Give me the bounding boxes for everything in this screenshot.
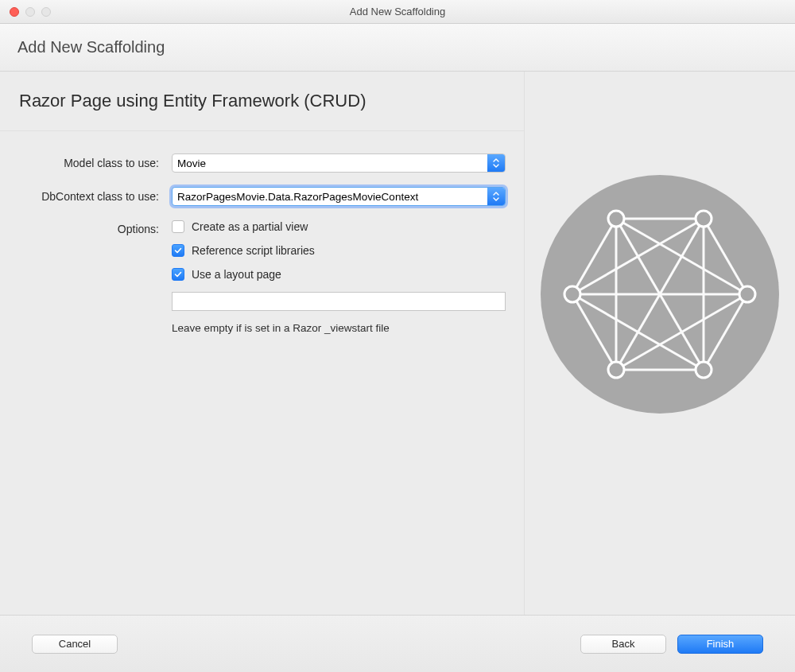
option-reference-script-libraries[interactable]: Reference script libraries <box>172 244 506 257</box>
back-button[interactable]: Back <box>580 635 666 654</box>
options-stack: Create as a partial view Reference scrip… <box>172 220 506 334</box>
checkbox-unchecked-icon[interactable] <box>172 220 184 233</box>
maximize-window-icon <box>41 7 51 17</box>
option-partial-view[interactable]: Create as a partial view <box>172 220 506 233</box>
dialog-footer: Cancel Back Finish <box>0 615 795 672</box>
svg-point-19 <box>696 362 712 378</box>
window-title: Add New Scaffolding <box>0 6 795 17</box>
svg-point-20 <box>608 362 624 378</box>
dbcontext-class-dropdown-button[interactable] <box>487 188 505 205</box>
checkbox-checked-icon[interactable] <box>172 244 184 257</box>
illustration-pane <box>525 72 795 615</box>
option-use-layout-page-label: Use a layout page <box>192 268 281 281</box>
dialog-header-title: Add New Scaffolding <box>17 38 165 56</box>
layout-page-hint: Leave empty if is set in a Razor _viewst… <box>172 322 506 334</box>
option-use-layout-page[interactable]: Use a layout page <box>172 268 506 281</box>
chevron-up-down-icon <box>492 158 500 168</box>
dialog-window: Add New Scaffolding Add New Scaffolding … <box>0 0 795 672</box>
model-class-input[interactable] <box>173 154 487 172</box>
option-reference-script-libraries-label: Reference script libraries <box>192 244 315 257</box>
window-controls <box>10 7 51 17</box>
dialog-content: Razor Page using Entity Framework (CRUD)… <box>0 72 795 615</box>
model-class-combobox[interactable] <box>172 153 506 173</box>
dialog-header: Add New Scaffolding <box>0 24 795 72</box>
dbcontext-class-input[interactable] <box>173 188 487 205</box>
cancel-button[interactable]: Cancel <box>32 635 118 654</box>
option-partial-view-label: Create as a partial view <box>192 220 308 233</box>
form-pane: Razor Page using Entity Framework (CRUD)… <box>0 72 525 615</box>
scaffold-graph-icon <box>541 175 779 416</box>
dbcontext-class-combobox[interactable] <box>172 187 506 206</box>
model-class-dropdown-button[interactable] <box>487 154 505 172</box>
options-label: Options: <box>0 223 159 235</box>
form-grid: Model class to use: DbContext class to u… <box>0 153 524 334</box>
layout-page-path-input[interactable] <box>172 292 506 311</box>
close-window-icon[interactable] <box>10 7 19 17</box>
svg-point-18 <box>739 286 755 302</box>
page-title: Razor Page using Entity Framework (CRUD) <box>19 91 524 111</box>
svg-point-16 <box>608 211 624 227</box>
checkbox-checked-icon[interactable] <box>172 268 184 281</box>
svg-point-21 <box>564 286 580 302</box>
divider <box>0 130 524 131</box>
svg-point-17 <box>696 211 712 227</box>
model-class-label: Model class to use: <box>0 157 159 169</box>
finish-button[interactable]: Finish <box>677 635 763 654</box>
titlebar: Add New Scaffolding <box>0 0 795 24</box>
minimize-window-icon <box>25 7 35 17</box>
dbcontext-class-label: DbContext class to use: <box>0 190 159 203</box>
chevron-up-down-icon <box>492 192 500 201</box>
